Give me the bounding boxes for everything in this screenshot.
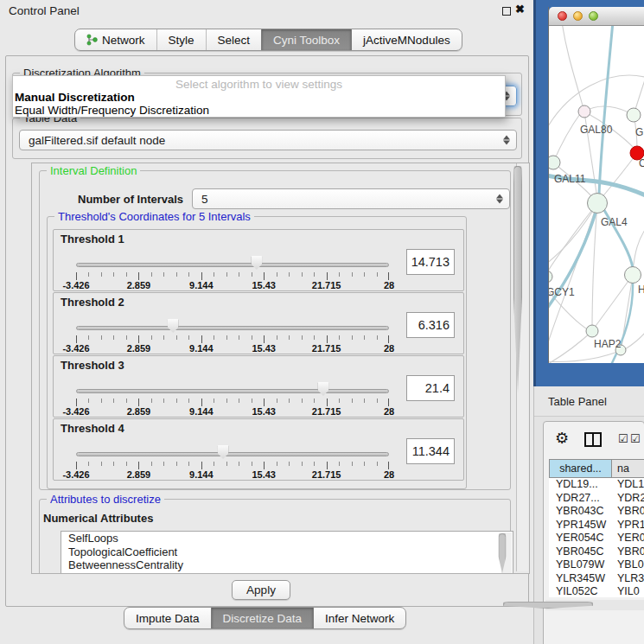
dropdown-option-equal-width[interactable]: Equal Width/Frequency Discretization bbox=[13, 104, 505, 117]
node-hap2[interactable] bbox=[586, 325, 598, 337]
checkbox-icon[interactable]: ☑ bbox=[618, 432, 628, 445]
columns-icon[interactable] bbox=[584, 432, 602, 447]
slider-thumb[interactable] bbox=[317, 382, 328, 396]
table-row[interactable]: YPR145WYPR1 bbox=[549, 519, 644, 532]
node-gal11[interactable] bbox=[549, 156, 560, 169]
table-row[interactable]: YER054CYER0 bbox=[549, 532, 644, 545]
scale-tick-label: 9.144 bbox=[189, 343, 214, 354]
node-gal80[interactable] bbox=[578, 105, 590, 118]
list-item[interactable]: TopologicalCoefficient bbox=[61, 545, 513, 559]
attributes-list[interactable]: SelfLoops TopologicalCoefficient Between… bbox=[61, 531, 513, 574]
zoom-traffic-light-icon[interactable] bbox=[589, 11, 598, 21]
threshold-label: Threshold 3 bbox=[61, 359, 124, 372]
apply-button[interactable]: Apply bbox=[232, 580, 290, 600]
threshold-1-panel: Threshold 1 -3.426 2.859 9.144 15.43 21.… bbox=[53, 229, 464, 291]
table-panel-title: Table Panel bbox=[548, 395, 607, 408]
slider-thumb[interactable] bbox=[218, 445, 229, 459]
threshold-2-slider[interactable]: -3.426 2.859 9.144 15.43 21.715 28 bbox=[76, 312, 389, 352]
scale-tick-label: 21.715 bbox=[312, 406, 341, 417]
tab-label: Cyni Toolbox bbox=[273, 34, 340, 47]
table-header: shared... na bbox=[549, 459, 644, 478]
slider-track[interactable] bbox=[76, 452, 389, 456]
threshold-2-value-field[interactable]: 6.316 bbox=[406, 312, 455, 338]
gear-icon[interactable]: ⚙ bbox=[555, 429, 569, 448]
node-label: GCY1 bbox=[549, 286, 575, 298]
tab-infer-network[interactable]: Infer Network bbox=[313, 608, 405, 628]
slider-thumb[interactable] bbox=[168, 319, 179, 333]
list-item[interactable]: SelfLoops bbox=[61, 532, 513, 545]
table-row[interactable]: YDR27...YDR2 bbox=[549, 492, 644, 506]
tab-impute-data[interactable]: Impute Data bbox=[124, 608, 211, 628]
interval-definition-group: Interval Definition Number of Intervals … bbox=[39, 170, 511, 490]
threshold-4-slider[interactable]: -3.426 2.859 9.144 15.43 21.715 28 bbox=[76, 438, 389, 478]
threshold-1-slider[interactable]: -3.426 2.859 9.144 15.43 21.715 28 bbox=[76, 249, 389, 289]
network-canvas[interactable]: GAL80 G C GAL11 GAL4 GCY1 H HAP2 bbox=[549, 26, 644, 363]
threshold-label: Threshold 4 bbox=[61, 422, 124, 435]
settings-scrollbar[interactable] bbox=[516, 163, 528, 571]
tab-style[interactable]: Style bbox=[156, 29, 206, 50]
node-partial-g[interactable] bbox=[627, 108, 641, 122]
threshold-3-value-field[interactable]: 21.4 bbox=[406, 375, 455, 401]
table-row[interactable]: YIL052CYIL0 bbox=[549, 585, 644, 597]
scale-tick-label: -3.426 bbox=[62, 280, 89, 290]
threshold-1-value-field[interactable]: 14.713 bbox=[406, 249, 455, 275]
dropdown-option-manual[interactable]: Manual Discretization bbox=[13, 91, 505, 104]
table-rows[interactable]: YDL19...YDL1 YDR27...YDR2 YBR043CYBR0 YP… bbox=[549, 478, 644, 597]
table-panel-region: Table Panel ⚙ ☑ ☑ shared... na YDL19...Y… bbox=[533, 386, 644, 644]
scale-tick-label: 21.715 bbox=[312, 469, 341, 480]
table-row[interactable]: YLR345WYLR3 bbox=[549, 572, 644, 586]
column-header-name[interactable]: na bbox=[612, 459, 644, 478]
table-row[interactable]: YDL19...YDL1 bbox=[549, 478, 644, 492]
slider-major-ticks bbox=[76, 272, 389, 280]
tab-jactivemnodules[interactable]: jActiveMNodules bbox=[351, 29, 462, 50]
threshold-4-value-field[interactable]: 11.344 bbox=[406, 438, 455, 464]
node-gcy1[interactable] bbox=[549, 271, 552, 283]
table-row[interactable]: YBL079WYBL0 bbox=[549, 558, 644, 572]
float-window-icon[interactable] bbox=[502, 7, 511, 16]
num-intervals-combo[interactable]: 5 bbox=[192, 188, 510, 209]
dropdown-prompt[interactable]: Select algorithm to view settings bbox=[13, 76, 505, 91]
tab-network[interactable]: Network bbox=[75, 29, 156, 50]
table-data-combo[interactable]: galFiltered.sif default node bbox=[19, 130, 517, 150]
slider-track[interactable] bbox=[76, 263, 389, 267]
node-label: GAL80 bbox=[580, 124, 613, 136]
slider-scale: -3.426 2.859 9.144 15.43 21.715 28 bbox=[76, 406, 389, 417]
slider-thumb[interactable] bbox=[251, 256, 262, 270]
node-label: G bbox=[635, 126, 643, 138]
list-item[interactable]: BetweennessCentrality bbox=[61, 558, 513, 572]
scrollbar-thumb[interactable] bbox=[503, 602, 593, 609]
scale-tick-label: 2.859 bbox=[127, 469, 151, 480]
table-hscrollbar[interactable] bbox=[545, 600, 644, 610]
tab-label: Network bbox=[102, 34, 145, 47]
close-icon[interactable]: ✖ bbox=[515, 3, 525, 16]
minimize-traffic-light-icon[interactable] bbox=[573, 11, 583, 21]
close-traffic-light-icon[interactable] bbox=[558, 11, 567, 21]
threshold-2-panel: Threshold 2 -3.426 2.859 9.144 15.43 21.… bbox=[53, 292, 464, 354]
tab-select[interactable]: Select bbox=[206, 29, 262, 50]
attributes-list-scrollbar[interactable] bbox=[501, 532, 512, 574]
node-label: HAP2 bbox=[594, 338, 622, 350]
network-window-titlebar[interactable] bbox=[549, 7, 644, 26]
slider-track[interactable] bbox=[76, 326, 389, 330]
threshold-3-slider[interactable]: -3.426 2.859 9.144 15.43 21.715 28 bbox=[76, 375, 389, 415]
scale-tick-label: 2.859 bbox=[127, 406, 151, 417]
node-partial-h[interactable] bbox=[625, 267, 641, 284]
table-row[interactable]: YBR045CYBR0 bbox=[549, 545, 644, 559]
table-panel-container: ⚙ ☑ ☑ shared... na YDL19...YDL1 YDR27...… bbox=[543, 421, 644, 644]
scale-tick-label: 21.715 bbox=[312, 343, 341, 354]
checkbox-icon[interactable]: ☑ bbox=[630, 432, 641, 445]
node-gal4[interactable] bbox=[588, 194, 608, 214]
tab-discretize-data[interactable]: Discretize Data bbox=[211, 608, 314, 628]
scale-tick-label: 2.859 bbox=[127, 280, 151, 290]
scale-tick-label: 15.43 bbox=[252, 280, 276, 290]
tab-cyni-toolbox[interactable]: Cyni Toolbox bbox=[261, 29, 351, 50]
slider-major-ticks bbox=[76, 462, 389, 469]
numerical-attributes-label: Numerical Attributes bbox=[43, 512, 153, 525]
tab-label: jActiveMNodules bbox=[363, 34, 450, 47]
table-row[interactable]: YBR043CYBR0 bbox=[549, 505, 644, 519]
column-header-shared[interactable]: shared... bbox=[549, 459, 612, 478]
table-panel-titlebar: Table Panel bbox=[534, 386, 644, 417]
algorithm-dropdown-popup: Select algorithm to view settings Manual… bbox=[12, 75, 506, 118]
slider-scale: -3.426 2.859 9.144 15.43 21.715 28 bbox=[76, 469, 389, 480]
slider-track[interactable] bbox=[76, 389, 389, 393]
